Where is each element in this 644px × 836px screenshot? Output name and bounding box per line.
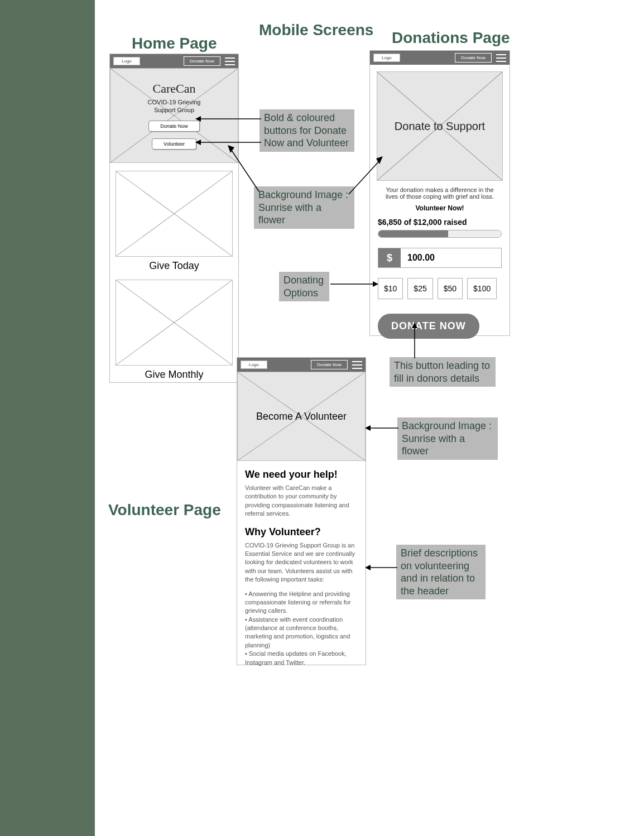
device-header: Logo Donate Now <box>370 51 510 65</box>
arrow-icon <box>225 144 265 194</box>
progress-bar <box>378 230 502 238</box>
donations-hero-title: Donate to Support <box>395 120 485 133</box>
arrow-icon <box>329 280 379 288</box>
title-home-page: Home Page <box>132 35 217 52</box>
give-today-caption: Give Today <box>110 260 238 272</box>
volunteer-paragraph-2: COVID-19 Grieving Support Group is an Es… <box>245 541 358 584</box>
arrow-icon <box>346 155 385 198</box>
svg-marker-13 <box>195 140 201 145</box>
annotation-volunteer-desc: Brief descriptions on volunteering and i… <box>396 545 486 599</box>
title-volunteer-page: Volunteer Page <box>108 501 221 519</box>
donations-subtext: Your donation makes a difference in the … <box>370 186 510 200</box>
svg-line-14 <box>231 150 259 191</box>
give-monthly-caption: Give Monthly <box>110 369 238 381</box>
arrow-icon <box>365 564 398 571</box>
donation-option-100[interactable]: $100 <box>467 278 497 299</box>
sidebar-band: WIREFRAMES <box>0 0 95 836</box>
donation-option-25[interactable]: $25 <box>407 278 432 299</box>
amount-input[interactable]: 100.00 <box>401 248 501 267</box>
hamburger-icon[interactable] <box>496 54 506 62</box>
device-home: Logo Donate Now CareCan COVID-19 Grievin… <box>109 54 239 383</box>
device-header: Logo Donate Now <box>110 54 238 68</box>
volunteer-paragraph-1: Volunteer with CareCan make a contributi… <box>245 484 358 518</box>
annotation-donating-options: Donating Options <box>279 272 329 301</box>
logo: Logo <box>241 361 267 369</box>
volunteer-bullet-2: • Assistance with event coordination (at… <box>245 616 358 650</box>
volunteer-button[interactable]: Volunteer <box>152 138 196 150</box>
arrow-icon <box>411 323 419 359</box>
annotation-cta-note: This button leading to fill in donors de… <box>390 357 496 387</box>
arrow-icon <box>365 424 400 432</box>
svg-marker-11 <box>195 116 201 122</box>
home-hero-subtitle: COVID-19 Grieving Support Group <box>148 98 201 114</box>
volunteer-heading-help: We need your help! <box>245 469 358 481</box>
hamburger-icon[interactable] <box>352 361 362 369</box>
raised-amount: $6,850 of $12,000 raised <box>378 218 502 227</box>
volunteer-bullet-3: • Social media updates on Facebook, Inst… <box>245 650 358 667</box>
donation-options: $10 $25 $50 $100 <box>378 278 502 299</box>
volunteer-hero-title: Become A Volunteer <box>256 411 347 422</box>
amount-input-row: $ 100.00 <box>378 248 502 268</box>
donate-now-button[interactable]: Donate Now <box>148 121 200 132</box>
device-donations: Logo Donate Now Donate to Support Your d… <box>369 50 510 336</box>
dollar-icon: $ <box>378 248 401 267</box>
volunteer-hero-image: Become A Volunteer <box>237 372 366 461</box>
volunteer-heading-why: Why Volunteer? <box>245 526 358 538</box>
give-monthly-image <box>116 280 233 366</box>
svg-marker-19 <box>373 281 378 287</box>
svg-marker-23 <box>365 425 371 431</box>
give-today-image <box>116 171 233 257</box>
svg-marker-15 <box>228 145 234 153</box>
svg-marker-21 <box>412 323 417 328</box>
device-volunteer: Logo Donate Now Become A Volunteer We ne… <box>237 357 366 665</box>
donation-option-50[interactable]: $50 <box>438 278 463 299</box>
header-donate-button[interactable]: Donate Now <box>184 56 220 66</box>
volunteer-now-link[interactable]: Volunteer Now! <box>370 204 510 212</box>
donation-option-10[interactable]: $10 <box>378 278 403 299</box>
annotation-buttons: Bold & coloured buttons for Donate Now a… <box>259 109 354 152</box>
header-donate-button[interactable]: Donate Now <box>311 360 348 369</box>
hamburger-icon[interactable] <box>225 57 235 65</box>
progress-fill <box>378 230 448 237</box>
device-header: Logo Donate Now <box>237 358 366 372</box>
arrow-icon <box>195 115 262 123</box>
logo: Logo <box>113 57 140 65</box>
svg-marker-25 <box>365 565 371 570</box>
donations-hero-image: Donate to Support <box>377 71 503 181</box>
title-donations-page: Donations Page <box>392 29 510 47</box>
volunteer-bullet-1: • Answering the Helpline and providing c… <box>245 590 358 616</box>
donate-now-cta[interactable]: DONATE NOW <box>378 314 479 339</box>
title-mobile-screens: Mobile Screens <box>259 21 373 39</box>
home-hero-title: CareCan <box>153 81 196 96</box>
svg-line-16 <box>349 161 379 194</box>
annotation-bg-image: Background Image : Sunrise with a flower <box>254 186 354 229</box>
annotation-bg-image-2: Background Image : Sunrise with a flower <box>397 417 498 460</box>
logo: Logo <box>373 54 400 62</box>
header-donate-button[interactable]: Donate Now <box>455 53 492 63</box>
